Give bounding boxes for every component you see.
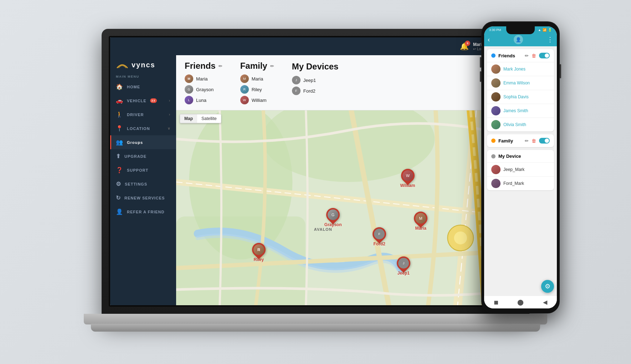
- sidebar-item-support[interactable]: ❓ SUPPORT: [110, 163, 176, 177]
- friends-member-2: G Grayson: [185, 85, 222, 94]
- sidebar-item-upgrade[interactable]: ⬆ UPGRADE: [110, 149, 176, 163]
- device-item-2: F Ford2: [292, 87, 512, 95]
- family-member-2: R Riley: [240, 85, 274, 94]
- map-tabs: Map Satellite: [180, 114, 221, 123]
- phone-member-avatar: [491, 92, 501, 102]
- device-name: Jeep1: [303, 78, 316, 83]
- my-devices-group: My Devices 👤 👥 J Jeep1: [292, 61, 512, 104]
- groups-icon: 👥: [116, 139, 123, 146]
- sidebar-item-location[interactable]: 📍 LOCATION ∨: [110, 121, 176, 135]
- phone-screen: 3:30 PM ▲ 📶 🔋 ‹ 👤 ⋮: [484, 26, 557, 308]
- phone-header: ‹ 👤 ⋮: [484, 33, 557, 46]
- member-avatar: M: [240, 74, 249, 83]
- map-svg: [176, 110, 521, 305]
- app-header: 🔔 9 Maria Garcia ↩ Log out MG: [110, 37, 521, 55]
- svg-point-5: [454, 232, 467, 244]
- phone-member-emma: Emma Wilson: [487, 76, 554, 90]
- map-tab-map[interactable]: Map: [180, 114, 197, 123]
- phone-member-avatar: [491, 106, 501, 115]
- phone-friends-section: Friends ✏ 🗑 Mark Jones: [487, 49, 554, 131]
- member-avatar: G: [185, 85, 193, 94]
- phone-family-delete-icon[interactable]: 🗑: [532, 138, 536, 144]
- phone-member-name: Emma Wilson: [503, 80, 530, 85]
- phone-device-avatar: [491, 179, 501, 188]
- phone-notch: [506, 26, 535, 34]
- member-name: William: [252, 98, 267, 103]
- vyncs-logo-icon: [116, 61, 129, 69]
- phone-content: Friends ✏ 🗑 Mark Jones: [484, 46, 557, 296]
- vehicle-icon: 🚗: [116, 97, 123, 104]
- vehicle-arrow: ›: [169, 99, 170, 103]
- member-name: Maria: [252, 76, 263, 82]
- family-title: Family: [240, 61, 267, 71]
- friends-dot: [491, 53, 496, 58]
- active-indicator: [110, 135, 111, 149]
- support-icon: ❓: [116, 167, 123, 173]
- notification-bell[interactable]: 🔔 9: [460, 42, 469, 51]
- phone-friends-edit-icon[interactable]: ✏: [525, 53, 529, 58]
- phone-friends-delete-icon[interactable]: 🗑: [532, 53, 536, 58]
- phone-nav-back[interactable]: ◼: [494, 299, 498, 306]
- marker-maria[interactable]: M Maria: [414, 212, 427, 231]
- vehicle-badge: 23: [150, 98, 157, 103]
- family-group: Family ✏ M Maria R Riley: [240, 61, 274, 104]
- bell-badge: 9: [465, 41, 470, 46]
- friends-edit-icon[interactable]: ✏: [219, 63, 222, 69]
- member-avatar: W: [240, 96, 249, 104]
- phone-member-mark: Mark Jones: [487, 62, 554, 76]
- phone-member-avatar: [491, 64, 501, 74]
- phone-friends-toggle[interactable]: [539, 53, 550, 58]
- phone-user-icon[interactable]: 👤: [514, 35, 523, 44]
- phone-family-edit-icon[interactable]: ✏: [525, 138, 529, 144]
- phone-member-avatar: [491, 78, 501, 88]
- sidebar-item-home[interactable]: 🏠 HOME: [110, 80, 176, 94]
- phone-family-name: Family: [498, 138, 522, 144]
- phone-family-section: Family ✏ 🗑: [487, 134, 554, 147]
- logo-text: vyncs: [132, 61, 155, 69]
- sidebar-item-driver[interactable]: 🚶 DRIVER ›: [110, 108, 176, 121]
- sidebar-logo: vyncs: [110, 55, 176, 72]
- driver-arrow: ›: [169, 113, 170, 116]
- sidebar-item-groups[interactable]: 👥 Groups: [110, 135, 176, 149]
- phone-nav-home[interactable]: ⬤: [517, 299, 524, 306]
- phone-member-sophia: Sophia Davis: [487, 90, 554, 104]
- marker-riley[interactable]: R Riley: [252, 243, 266, 262]
- sidebar-item-renew[interactable]: ↻ RENEW SERVICES: [110, 191, 176, 205]
- menu-label: MAIN MENU: [110, 72, 176, 80]
- member-name: Grayson: [196, 87, 214, 92]
- marker-jeep1[interactable]: J Jeep1: [397, 256, 410, 276]
- phone-member-olivia: Olivia Smith: [487, 118, 554, 131]
- phone-fab-button[interactable]: ⚙: [541, 280, 554, 293]
- sidebar-item-vehicle[interactable]: 🚗 VEHICLE 23 ›: [110, 94, 176, 108]
- map-tab-satellite[interactable]: Satellite: [197, 114, 221, 123]
- settings-icon: ⚙: [116, 181, 121, 187]
- friends-member-1: M Maria: [185, 74, 222, 83]
- phone-member-avatar: [491, 120, 501, 129]
- sidebar-item-refer[interactable]: 👤 REFER A FRIEND: [110, 205, 176, 219]
- device-dot: [491, 154, 496, 158]
- family-edit-icon[interactable]: ✏: [270, 63, 274, 69]
- phone-back-button[interactable]: ‹: [488, 36, 490, 43]
- device-avatar: J: [292, 76, 301, 84]
- content-area: Friends ✏ M Maria G Gray: [176, 55, 521, 305]
- phone-friends-header: Friends ✏ 🗑: [487, 49, 554, 62]
- marker-grayson[interactable]: G Grayson: [324, 208, 342, 227]
- friends-member-3: L Luna: [185, 96, 222, 104]
- marker-ford2[interactable]: F Ford2: [373, 227, 386, 246]
- marker-william[interactable]: W William: [400, 169, 415, 188]
- location-arrow: ∨: [168, 126, 170, 130]
- phone-friends-name: Friends: [498, 53, 522, 58]
- member-name: Maria: [196, 76, 208, 82]
- phone-family-toggle[interactable]: [539, 138, 550, 144]
- upgrade-icon: ⬆: [116, 153, 121, 160]
- phone-nav-recent[interactable]: ◀: [543, 299, 547, 306]
- phone-member-name: Olivia Smith: [503, 122, 526, 127]
- sidebar-item-settings[interactable]: ⚙ SETTINGS: [110, 177, 176, 191]
- device-avatar: F: [292, 87, 301, 95]
- friends-title: Friends: [185, 61, 216, 71]
- refer-icon: 👤: [116, 208, 123, 215]
- phone-more-button[interactable]: ⋮: [547, 36, 553, 43]
- location-icon: 📍: [116, 125, 123, 132]
- phone-device-jeep: Jeep_Mark: [487, 162, 554, 176]
- sidebar: vyncs MAIN MENU 🏠 HOME 🚗 VEHICLE: [110, 55, 176, 305]
